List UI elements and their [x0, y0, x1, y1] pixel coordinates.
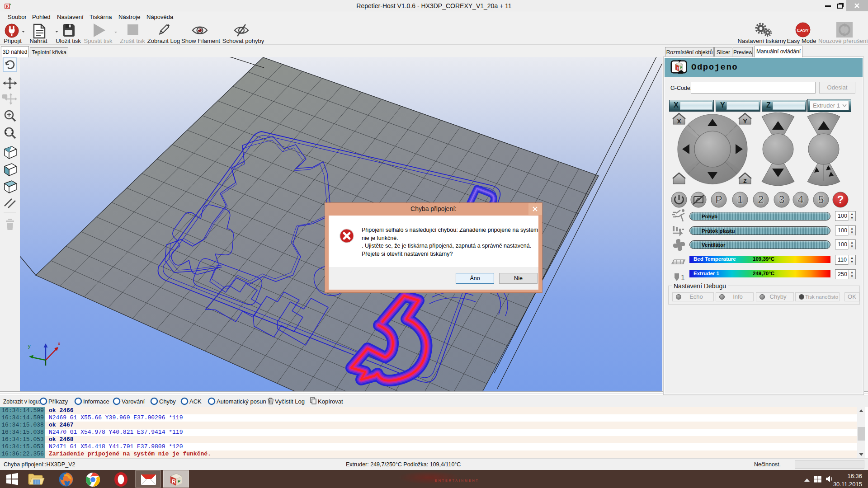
svg-text:X: X	[677, 118, 681, 125]
svg-text:R: R	[172, 479, 176, 485]
svg-text:5: 5	[818, 193, 824, 206]
svg-text:?: ?	[837, 193, 844, 206]
svg-text:4: 4	[797, 193, 804, 206]
svg-text:R: R	[6, 4, 9, 9]
svg-text:1: 1	[681, 274, 685, 281]
svg-text:3: 3	[778, 193, 784, 206]
svg-text:Y: Y	[743, 118, 747, 125]
svg-text:P: P	[680, 66, 683, 69]
svg-text:y: y	[28, 343, 31, 349]
svg-text:1: 1	[737, 193, 743, 206]
svg-text:P: P	[178, 479, 180, 483]
svg-text:2: 2	[758, 193, 764, 206]
svg-text:P: P	[715, 193, 722, 206]
svg-text:EASY: EASY	[797, 28, 809, 33]
svg-text:x: x	[58, 341, 61, 346]
svg-text:Z: Z	[743, 178, 746, 184]
